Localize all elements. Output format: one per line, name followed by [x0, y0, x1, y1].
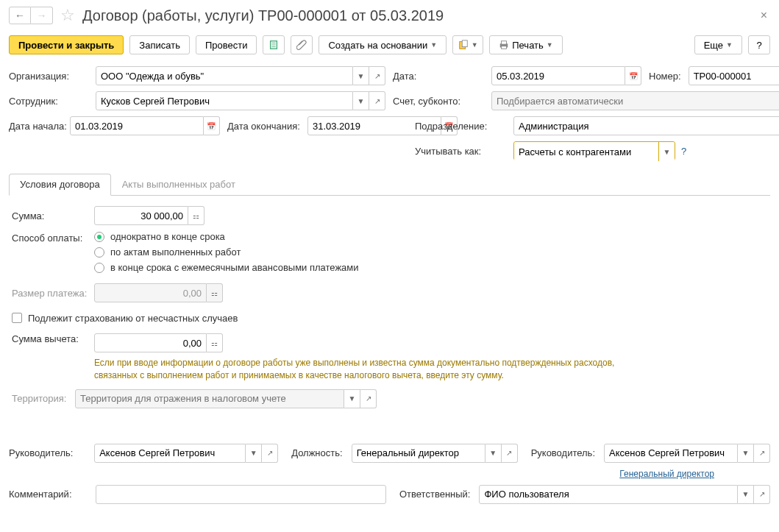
insurance-checkbox[interactable] — [12, 313, 22, 323]
pay-method-label: Способ оплаты: — [12, 231, 91, 244]
calculator-icon[interactable]: ⚏ — [207, 333, 223, 352]
employee-input[interactable] — [96, 91, 353, 110]
number-label: Номер: — [649, 71, 681, 82]
dropdown-icon[interactable]: ▼ — [738, 485, 754, 504]
position-label: Должность: — [291, 447, 342, 458]
post-and-close-button[interactable]: Провести и закрыть — [9, 35, 124, 54]
attachment-icon-button[interactable] — [291, 35, 313, 54]
pay-option-advance[interactable]: в конце срока с ежемесячными авансовыми … — [94, 262, 359, 273]
svg-rect-7 — [502, 41, 507, 44]
tab-acts[interactable]: Акты выполненных работ — [111, 174, 246, 195]
report-icon-button[interactable] — [263, 35, 285, 54]
manager-input[interactable] — [94, 444, 246, 463]
employee-label: Сотрудник: — [9, 96, 93, 107]
help-button[interactable]: ? — [748, 35, 770, 54]
forward-button[interactable]: → — [31, 7, 53, 24]
manager2-input[interactable] — [604, 444, 738, 463]
print-button[interactable]: Печать▼ — [489, 35, 563, 54]
open-icon[interactable]: ↗ — [360, 389, 377, 408]
sum-label: Сумма: — [12, 210, 91, 221]
dropdown-icon[interactable]: ▼ — [658, 142, 675, 161]
back-button[interactable]: ← — [9, 7, 31, 24]
account-as-input[interactable] — [514, 142, 658, 161]
org-input[interactable] — [96, 66, 353, 85]
pay-option-once[interactable]: однократно в конце срока — [94, 231, 359, 242]
favorite-star-icon[interactable]: ☆ — [60, 6, 75, 25]
open-icon[interactable]: ↗ — [502, 444, 518, 463]
svg-rect-5 — [462, 40, 467, 47]
help-icon[interactable]: ? — [681, 146, 686, 157]
manager-label: Руководитель: — [9, 447, 88, 458]
responsible-label: Ответственный: — [399, 489, 470, 500]
post-button[interactable]: Провести — [196, 35, 257, 54]
territory-label: Территория: — [12, 393, 72, 404]
responsible-input[interactable] — [479, 485, 738, 504]
open-icon[interactable]: ↗ — [754, 444, 770, 463]
dropdown-icon[interactable]: ▼ — [485, 444, 502, 463]
open-icon[interactable]: ↗ — [262, 444, 278, 463]
dropdown-icon[interactable]: ▼ — [738, 444, 754, 463]
payment-size-label: Размер платежа: — [12, 288, 91, 299]
manager2-label: Руководитель: — [531, 447, 595, 458]
open-icon[interactable]: ↗ — [369, 66, 385, 85]
start-date-label: Дата начала: — [9, 121, 67, 132]
svg-rect-8 — [502, 46, 507, 49]
calendar-icon[interactable]: 📅 — [204, 116, 220, 135]
pay-option-acts[interactable]: по актам выполненных работ — [94, 247, 359, 258]
dropdown-icon[interactable]: ▼ — [353, 91, 369, 110]
comment-label: Комментарий: — [9, 489, 90, 500]
dropdown-icon[interactable]: ▼ — [246, 444, 262, 463]
account-as-label: Учитывать как: — [415, 146, 511, 157]
save-button[interactable]: Записать — [129, 35, 190, 54]
insurance-label: Подлежит страхованию от несчастных случа… — [28, 313, 238, 324]
position-link[interactable]: Генеральный директор — [619, 469, 714, 479]
date-label: Дата: — [393, 71, 488, 82]
more-button[interactable]: Еще▼ — [694, 35, 742, 54]
tab-contract-terms[interactable]: Условия договора — [9, 174, 111, 196]
open-icon[interactable]: ↗ — [754, 485, 770, 504]
deduction-input[interactable] — [94, 333, 207, 352]
deduction-hint: Если при вводе информации о договоре раб… — [94, 357, 624, 382]
position-input[interactable] — [352, 444, 485, 463]
account-label: Счет, субконто: — [393, 96, 488, 107]
date-input[interactable] — [491, 66, 625, 85]
dropdown-icon[interactable]: ▼ — [353, 66, 369, 85]
dropdown-icon[interactable]: ▼ — [344, 389, 360, 408]
calendar-icon[interactable]: 📅 — [625, 66, 641, 85]
open-icon[interactable]: ↗ — [369, 91, 385, 110]
division-input[interactable] — [513, 116, 779, 135]
paste-icon-button[interactable]: ▼ — [452, 35, 483, 54]
close-icon[interactable]: × — [758, 6, 770, 25]
sum-input[interactable] — [94, 206, 188, 225]
account-input[interactable] — [491, 91, 779, 110]
deduction-label: Сумма вычета: — [12, 333, 91, 344]
comment-input[interactable] — [96, 485, 386, 504]
calculator-icon: ⚏ — [207, 283, 223, 302]
create-based-button[interactable]: Создать на основании▼ — [319, 35, 447, 54]
number-input[interactable] — [689, 66, 779, 85]
division-label: Подразделение: — [415, 121, 511, 132]
payment-size-input — [94, 283, 207, 302]
page-title: Договор (работы, услуги) ТР00-000001 от … — [82, 7, 758, 24]
end-date-label: Дата окончания: — [227, 121, 300, 132]
calculator-icon[interactable]: ⚏ — [188, 206, 204, 225]
org-label: Организация: — [9, 71, 93, 82]
territory-input[interactable] — [75, 389, 344, 408]
start-date-input[interactable] — [70, 116, 204, 135]
